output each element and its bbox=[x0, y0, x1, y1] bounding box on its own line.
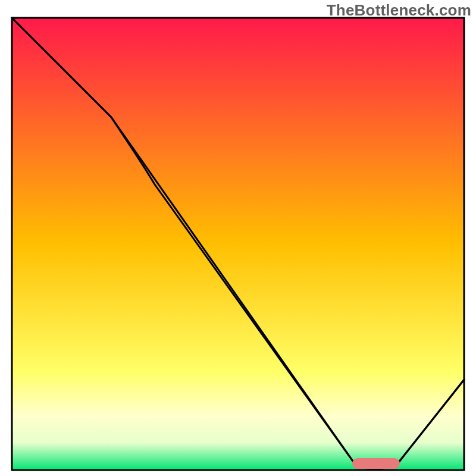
chart-svg bbox=[0, 0, 476, 476]
watermark-text: TheBottleneck.com bbox=[327, 1, 471, 20]
chart-canvas: TheBottleneck.com bbox=[0, 0, 476, 476]
valley-marker bbox=[352, 458, 400, 469]
